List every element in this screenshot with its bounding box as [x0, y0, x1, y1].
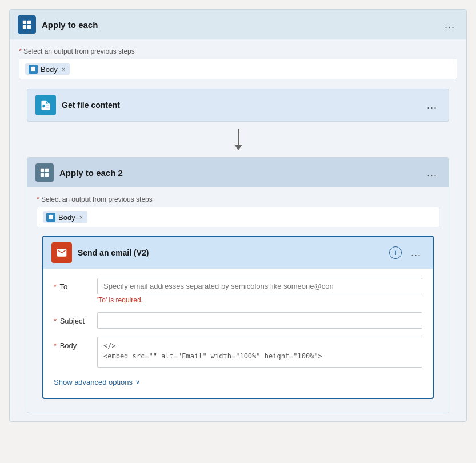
to-label: * To — [54, 278, 88, 291]
outer-select-label: * Select an output from previous steps — [19, 47, 457, 55]
get-file-content-header: Get file content ... — [27, 89, 449, 121]
inner-token-label: Body — [58, 213, 75, 222]
svg-rect-4 — [41, 169, 44, 172]
outer-apply-block: Apply to each ... * Select an output fro… — [9, 9, 467, 422]
chevron-down-icon: ∨ — [135, 378, 140, 386]
subject-label: * Subject — [54, 312, 88, 325]
arrow-head — [234, 145, 242, 150]
inner-body-token: Body × — [43, 211, 87, 223]
inner-apply-icon — [35, 163, 54, 182]
to-input-wrapper: 'To' is required. — [97, 278, 422, 304]
send-email-icon — [51, 242, 72, 263]
body-row: * Body </> <embed src="" alt="Email" wid… — [54, 337, 422, 368]
get-file-content-menu-button[interactable]: ... — [423, 98, 441, 113]
subject-row: * Subject Newsletter — [54, 312, 422, 329]
outer-token-icon — [29, 65, 38, 74]
inner-token-close[interactable]: × — [79, 214, 83, 221]
outer-token-label: Body — [41, 65, 58, 74]
svg-rect-2 — [23, 25, 26, 29]
show-advanced-options-button[interactable]: Show advanced options ∨ — [54, 376, 140, 389]
send-email-body: * To 'To' is required. * Subjec — [43, 269, 433, 398]
body-code-content: <embed src="" alt="Email" width="100%" h… — [103, 352, 416, 360]
inner-select-label: * Select an output from previous steps — [37, 195, 439, 203]
inner-token-input[interactable]: Body × — [37, 207, 439, 227]
inner-apply-body: * Select an output from previous steps B… — [27, 187, 449, 413]
outer-token-input[interactable]: Body × — [19, 59, 457, 79]
get-file-content-title: Get file content — [62, 101, 418, 110]
inner-token-icon — [46, 213, 55, 222]
get-file-content-icon — [35, 95, 56, 115]
send-email-title: Send an email (V2) — [78, 248, 383, 257]
get-file-content-block: Get file content ... — [27, 89, 449, 122]
outer-apply-body: * Select an output from previous steps B… — [10, 39, 466, 421]
outer-token-close[interactable]: × — [62, 66, 65, 73]
to-error: 'To' is required. — [97, 296, 422, 304]
to-input[interactable] — [97, 278, 422, 294]
body-code-tag: </> — [103, 342, 416, 350]
to-row: * To 'To' is required. — [54, 278, 422, 304]
svg-rect-5 — [45, 169, 49, 172]
outer-apply-title: Apply to each — [42, 20, 435, 30]
subject-input[interactable]: Newsletter — [97, 312, 422, 329]
inner-apply-title: Apply to each 2 — [59, 168, 418, 178]
svg-rect-7 — [45, 173, 49, 177]
inner-apply-header: Apply to each 2 ... — [27, 158, 449, 187]
svg-rect-0 — [23, 21, 26, 24]
send-email-block: Send an email (V2) i ... * To — [42, 236, 434, 399]
arrow-connector — [19, 122, 457, 157]
svg-rect-6 — [41, 173, 44, 177]
arrow-line — [234, 129, 242, 150]
svg-rect-3 — [27, 25, 31, 29]
send-email-menu-button[interactable]: ... — [407, 246, 425, 260]
outer-apply-menu-button[interactable]: ... — [441, 18, 458, 32]
send-email-info-button[interactable]: i — [389, 246, 402, 259]
svg-rect-1 — [27, 21, 31, 24]
arrow-shaft — [238, 129, 239, 145]
body-input[interactable]: </> <embed src="" alt="Email" width="100… — [97, 337, 422, 368]
show-advanced-label: Show advanced options — [54, 378, 133, 386]
outer-body-token: Body × — [25, 63, 70, 75]
outer-apply-header: Apply to each ... — [10, 10, 466, 39]
inner-apply-block: Apply to each 2 ... * Select an output f… — [27, 157, 449, 413]
send-email-header: Send an email (V2) i ... — [43, 237, 433, 269]
outer-apply-icon — [18, 15, 36, 34]
inner-apply-menu-button[interactable]: ... — [423, 166, 441, 180]
body-label: * Body — [54, 337, 88, 350]
